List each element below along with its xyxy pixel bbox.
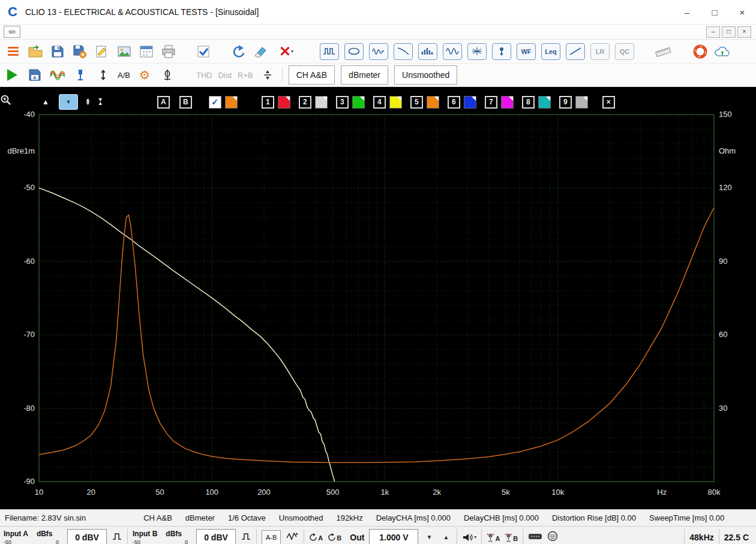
save-icon[interactable]	[49, 43, 66, 60]
curve-number-button[interactable]: 5	[410, 96, 423, 109]
scale-dropdown-button[interactable]: ▼	[59, 94, 78, 110]
curve-number-button[interactable]: 9	[559, 96, 572, 109]
open-file-icon[interactable]	[27, 43, 44, 60]
input-b-coupling-icon[interactable]	[241, 531, 251, 543]
loop-button[interactable]	[344, 43, 364, 60]
out-down-button[interactable]: ▼	[423, 531, 435, 544]
out-up-button[interactable]: ▲	[440, 531, 452, 544]
channel-a-button[interactable]: A	[157, 96, 170, 109]
undo-icon[interactable]	[230, 43, 247, 60]
curve-number-button[interactable]: 7	[485, 96, 497, 109]
window-title: CLIO 13 - ELECTRICAL & ACOUSTICAL TESTS …	[25, 7, 259, 17]
linearity-button[interactable]	[566, 43, 585, 60]
smoothing-button[interactable]: Unsmoothed	[394, 65, 457, 85]
out-level-value[interactable]: 1.000 V	[369, 529, 418, 544]
save-measurement-icon[interactable]: A	[26, 67, 43, 83]
curve-color-swatch[interactable]	[538, 96, 551, 109]
overlay-curves-icon[interactable]	[49, 67, 66, 83]
mls-button[interactable]	[320, 43, 339, 60]
sample-rate-value[interactable]: 48kHz	[689, 533, 713, 542]
compress-vertical-icon[interactable]: ▼▲	[98, 98, 103, 105]
curve-color-swatch[interactable]	[315, 96, 328, 109]
monitor-speaker-icon[interactable]: ▾	[462, 533, 476, 542]
curve-number-button[interactable]: 8	[522, 96, 535, 109]
autorange-icon[interactable]	[286, 531, 299, 543]
input-a-range-value[interactable]: 0 dBV	[67, 529, 107, 544]
verify-checkbox-icon[interactable]	[195, 43, 212, 60]
curve-number-button[interactable]: 1	[262, 96, 274, 109]
curve-number-button[interactable]: 3	[336, 96, 349, 109]
svg-text:150: 150	[719, 110, 732, 119]
curve-number-button[interactable]: 6	[448, 96, 460, 109]
curve-color-swatch[interactable]	[389, 96, 402, 109]
input-a-coupling-icon[interactable]	[112, 531, 122, 543]
active-curve-swatch[interactable]	[225, 96, 238, 109]
cloud-sync-icon[interactable]	[714, 43, 731, 60]
channel-select-button[interactable]: CH A&B	[289, 65, 335, 85]
curve-color-swatch[interactable]	[427, 96, 439, 109]
mic-b-button[interactable]: B	[505, 533, 518, 542]
wf-button[interactable]: WF	[517, 43, 536, 60]
curve-color-swatch[interactable]	[352, 96, 365, 109]
close-button[interactable]: ×	[728, 0, 756, 24]
sine-button[interactable]	[443, 43, 462, 60]
print-icon[interactable]	[160, 43, 177, 60]
ab-compare-label[interactable]: A/B	[118, 71, 130, 80]
ruler-icon[interactable]	[655, 43, 671, 60]
help-lifebuoy-icon[interactable]	[692, 43, 709, 60]
mic-level-button[interactable]	[492, 43, 511, 60]
svg-text:A: A	[33, 75, 37, 80]
mdi-minimize-button[interactable]: –	[706, 26, 720, 38]
fft-button[interactable]	[369, 43, 388, 60]
curve-color-swatch[interactable]	[464, 96, 476, 109]
phase-a-button[interactable]: A	[309, 533, 323, 542]
leq-button[interactable]: Leq	[541, 43, 560, 60]
curve-number-button[interactable]: 2	[299, 96, 311, 109]
calendar-icon[interactable]	[138, 43, 155, 60]
connector-icon[interactable]	[528, 532, 542, 542]
mdi-controls: – □ ×	[706, 26, 751, 38]
document-icon[interactable]: sin	[4, 26, 20, 38]
svg-text:1k: 1k	[381, 488, 389, 497]
maximize-button[interactable]: □	[701, 0, 728, 24]
autoscale-arrows-icon[interactable]	[95, 67, 112, 83]
mdi-restore-button[interactable]: □	[722, 26, 736, 38]
mic-icon[interactable]	[159, 67, 176, 83]
delete-dropdown-icon[interactable]: ▾	[291, 49, 293, 54]
ab-difference-button[interactable]: A-B	[262, 530, 281, 544]
channel-b-button[interactable]: B	[179, 96, 192, 109]
range-icon[interactable]	[259, 67, 276, 83]
minimize-button[interactable]: –	[673, 0, 701, 24]
meter-mode-button[interactable]: dBmeter	[341, 65, 388, 85]
curve-color-swatch[interactable]	[501, 96, 514, 109]
curve-slot: 7	[485, 96, 514, 109]
probe-icon[interactable]	[72, 67, 89, 83]
curve-visible-checkbox[interactable]: ✓	[209, 96, 221, 109]
rta-button[interactable]	[418, 43, 437, 60]
input-b-unit[interactable]: dBfs	[166, 530, 182, 538]
decay-button[interactable]	[394, 43, 413, 60]
mdi-close-button[interactable]: ×	[737, 26, 751, 38]
image-icon[interactable]	[116, 43, 133, 60]
delete-icon[interactable]: ✕▾	[274, 43, 298, 60]
curve-number-button[interactable]: 4	[373, 96, 386, 109]
menu-icon[interactable]	[5, 43, 22, 60]
input-b-range-value[interactable]: 0 dBV	[196, 529, 236, 544]
curve-color-swatch[interactable]	[575, 96, 588, 109]
input-a-unit[interactable]: dBfs	[37, 530, 53, 538]
export-icon[interactable]	[94, 43, 110, 60]
eraser-icon[interactable]	[252, 43, 269, 60]
mic-a-button[interactable]: A	[487, 533, 500, 542]
autosave-settings-icon[interactable]	[71, 43, 88, 60]
expand-vertical-icon[interactable]: ▲▼	[85, 98, 91, 105]
plot-area[interactable]: -40-50-60-70-80-901501209060301020501002…	[0, 87, 756, 509]
start-button[interactable]	[4, 67, 20, 83]
marker-up-icon[interactable]: ▲	[42, 98, 49, 106]
controller-icon[interactable]	[547, 531, 558, 543]
speaker-dropdown-icon[interactable]: ▾	[474, 534, 476, 540]
curve-color-swatch[interactable]	[278, 96, 290, 109]
clear-overlays-button[interactable]: ×	[602, 96, 615, 109]
settings-gear-icon[interactable]: ⚙	[136, 67, 153, 83]
analyzer-button[interactable]	[467, 43, 487, 60]
phase-b-button[interactable]: B	[328, 533, 341, 542]
